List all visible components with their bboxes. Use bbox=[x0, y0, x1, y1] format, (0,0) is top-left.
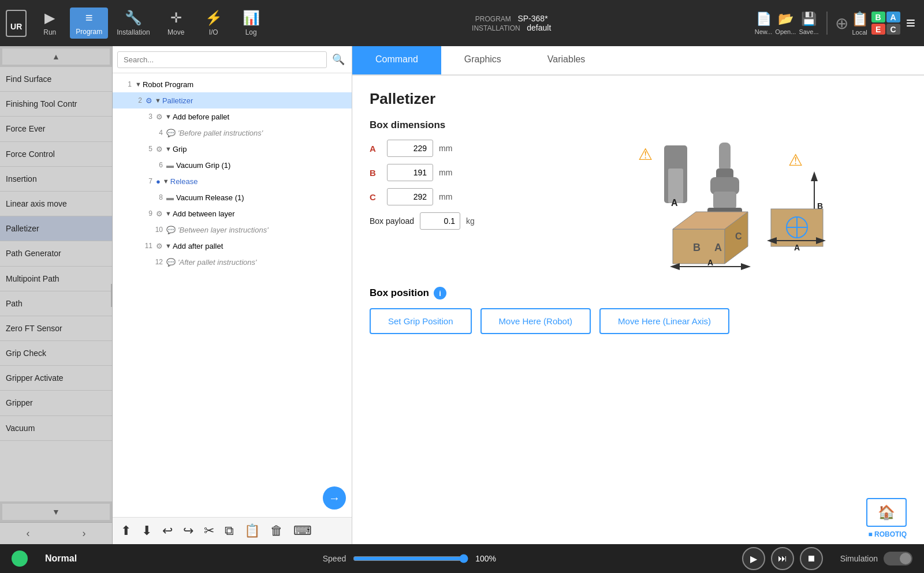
copy-button[interactable]: ⧉ bbox=[221, 522, 237, 540]
open-button[interactable]: 📂 Open... bbox=[775, 12, 796, 35]
speed-section: Speed 100% bbox=[94, 554, 725, 563]
tree-row[interactable]: 5⚙▼ Grip bbox=[113, 141, 352, 157]
tree-row-number: 7 bbox=[138, 177, 152, 185]
tree-row[interactable]: 1▼ Robot Program bbox=[113, 76, 352, 92]
sidebar-prev-btn[interactable]: ‹ bbox=[0, 523, 56, 544]
simulation-toggle[interactable] bbox=[884, 552, 912, 565]
sidebar-item-palletizer[interactable]: Palletizer bbox=[0, 216, 112, 241]
hamburger-menu[interactable]: ≡ bbox=[903, 11, 918, 35]
tree-row-number: 4 bbox=[148, 129, 163, 137]
next-arrow-button[interactable]: → bbox=[323, 486, 346, 510]
sidebar-item-zero-ft-sensor[interactable]: Zero FT Sensor bbox=[0, 316, 112, 341]
tab-variables[interactable]: Variables bbox=[524, 46, 609, 74]
undo-button[interactable]: ↩ bbox=[159, 522, 176, 540]
nav-io[interactable]: ⚡ I/O bbox=[196, 7, 231, 39]
tree-row-content: Vacuum Release (1) bbox=[176, 193, 347, 202]
local-icon: 📋 bbox=[851, 11, 869, 27]
move-icon: ✛ bbox=[170, 10, 182, 26]
dim-c-label: C bbox=[370, 192, 381, 202]
redo-button[interactable]: ↪ bbox=[180, 522, 197, 540]
page-title: Palletizer bbox=[370, 90, 907, 108]
nav-installation[interactable]: 🔧 Installation bbox=[111, 7, 155, 39]
tree-row[interactable]: 7●▼ Release bbox=[113, 173, 352, 189]
expand-icon[interactable]: ▼ bbox=[155, 97, 161, 104]
sidebar-item-insertion[interactable]: Insertion bbox=[0, 167, 112, 192]
tree-row-icon: 💬 bbox=[166, 226, 176, 234]
expand-icon[interactable]: ▼ bbox=[165, 113, 172, 120]
set-grip-position-button[interactable]: Set Grip Position bbox=[370, 308, 472, 334]
save-button[interactable]: 💾 Save... bbox=[799, 12, 818, 35]
tree-row[interactable]: 9⚙▼ Add between layer bbox=[113, 205, 352, 222]
sidebar-item-linear-axis[interactable]: Linear axis move bbox=[0, 192, 112, 216]
nav-move[interactable]: ✛ Move bbox=[159, 7, 193, 39]
tree-row-icon: ▬ bbox=[166, 193, 174, 202]
tree-row-number: 10 bbox=[148, 226, 163, 234]
move-up-button[interactable]: ⬆ bbox=[117, 522, 135, 540]
cut-button[interactable]: ✂ bbox=[200, 522, 218, 540]
sidebar-item-find-surface[interactable]: Find Surface bbox=[0, 67, 112, 92]
skip-button[interactable]: ⏭ bbox=[771, 547, 794, 570]
home-button[interactable]: 🏠 bbox=[866, 498, 907, 527]
sidebar-scroll-up[interactable]: ▲ bbox=[2, 48, 110, 65]
search-input[interactable] bbox=[117, 51, 327, 68]
home-icon: 🏠 bbox=[878, 504, 895, 520]
nav-program[interactable]: ≡ Program bbox=[70, 8, 108, 39]
sidebar-item-multipoint-path[interactable]: Multipoint Path bbox=[0, 267, 112, 291]
dim-a-input[interactable] bbox=[387, 140, 433, 157]
sidebar-item-force-ever[interactable]: Force Ever bbox=[0, 117, 112, 141]
simulation-label: Simulation bbox=[840, 554, 878, 563]
search-bar: 🔍 bbox=[113, 46, 352, 73]
expand-icon[interactable]: ▼ bbox=[165, 210, 172, 217]
tab-graphics[interactable]: Graphics bbox=[441, 46, 524, 74]
move-down-button[interactable]: ⬇ bbox=[138, 522, 155, 540]
run-icon: ▶ bbox=[44, 10, 55, 26]
tree-row[interactable]: 10💬'Between layer instructions' bbox=[113, 222, 352, 238]
keyboard-button[interactable]: ⌨ bbox=[290, 522, 315, 540]
sidebar-item-gripper-activate[interactable]: Gripper Activate bbox=[0, 366, 112, 391]
sidebar-item-vacuum[interactable]: Vacuum bbox=[0, 416, 112, 441]
sidebar-scroll-down[interactable]: ▼ bbox=[2, 504, 110, 520]
sidebar-item-force-control[interactable]: Force Control bbox=[0, 142, 112, 167]
dim-c-input[interactable] bbox=[387, 188, 433, 205]
tree-row[interactable]: 11⚙▼ Add after pallet bbox=[113, 238, 352, 254]
position-buttons: Set Grip Position Move Here (Robot) Move… bbox=[370, 308, 907, 334]
speed-slider[interactable] bbox=[353, 554, 468, 563]
expand-icon[interactable]: ▼ bbox=[163, 178, 169, 185]
expand-icon[interactable]: ▼ bbox=[135, 81, 141, 88]
tree-row[interactable]: 6▬Vacuum Grip (1) bbox=[113, 157, 352, 173]
ur-plus-icon: ⊕ bbox=[835, 14, 848, 33]
tree-row[interactable]: 12💬'After pallet instructions' bbox=[113, 254, 352, 270]
tree-row[interactable]: 3⚙▼ Add before pallet bbox=[113, 108, 352, 125]
search-button[interactable]: 🔍 bbox=[330, 51, 347, 68]
paste-button[interactable]: 📋 bbox=[241, 522, 263, 540]
tree-row[interactable]: 4💬'Before pallet instructions' bbox=[113, 125, 352, 141]
sidebar-item-finishing-tool[interactable]: Finishing Tool Contr bbox=[0, 92, 112, 117]
sidebar-next-btn[interactable]: › bbox=[56, 523, 112, 544]
new-button[interactable]: 📄 New... bbox=[755, 12, 773, 35]
stop-button[interactable]: ⏹ bbox=[800, 547, 823, 570]
sidebar-item-gripper[interactable]: Gripper bbox=[0, 391, 112, 415]
sidebar-item-grip-check[interactable]: Grip Check bbox=[0, 341, 112, 366]
expand-icon[interactable]: ▼ bbox=[165, 145, 172, 152]
move-here-linear-button[interactable]: Move Here (Linear Axis) bbox=[599, 308, 729, 334]
dim-b-input[interactable] bbox=[387, 164, 433, 181]
tree-row[interactable]: 2⚙▼ Palletizer bbox=[113, 92, 352, 108]
nav-log[interactable]: 📊 Log bbox=[234, 7, 269, 39]
sidebar-item-path-generator[interactable]: Path Generator bbox=[0, 241, 112, 266]
svg-rect-3 bbox=[719, 143, 731, 171]
payload-input[interactable] bbox=[420, 212, 460, 230]
move-here-robot-button[interactable]: Move Here (Robot) bbox=[480, 308, 591, 334]
nav-run[interactable]: ▶ Run bbox=[32, 7, 67, 39]
delete-button[interactable]: 🗑 bbox=[267, 522, 286, 540]
tree-row-icon: ▬ bbox=[166, 161, 174, 170]
expand-icon[interactable]: ▼ bbox=[165, 242, 172, 249]
tab-command[interactable]: Command bbox=[352, 46, 441, 74]
local-button[interactable]: 📋 Local bbox=[851, 11, 869, 36]
ur-plus-button[interactable]: ⊕ bbox=[835, 14, 848, 33]
status-indicator: B A E C bbox=[871, 12, 900, 35]
sidebar-item-path[interactable]: Path bbox=[0, 291, 112, 316]
dimension-a-row: A mm bbox=[370, 140, 543, 157]
tree-row[interactable]: 8▬Vacuum Release (1) bbox=[113, 189, 352, 205]
play-button[interactable]: ▶ bbox=[742, 547, 765, 570]
tree-row-number: 3 bbox=[138, 113, 152, 121]
